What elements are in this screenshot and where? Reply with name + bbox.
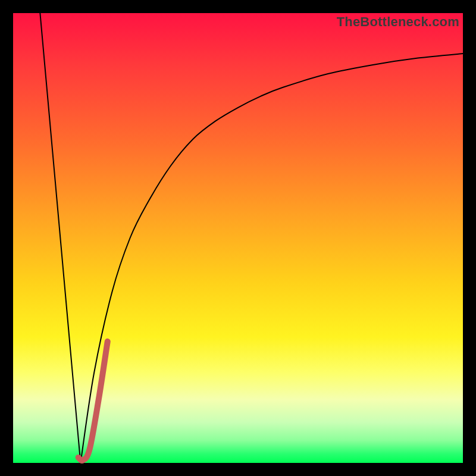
rising-curve: [80, 54, 463, 463]
descending-line: [40, 13, 80, 463]
chart-frame: TheBottleneck.com: [0, 0, 476, 476]
plot-area: TheBottleneck.com: [13, 13, 463, 463]
hook-marker: [79, 342, 108, 461]
chart-svg: [13, 13, 463, 463]
